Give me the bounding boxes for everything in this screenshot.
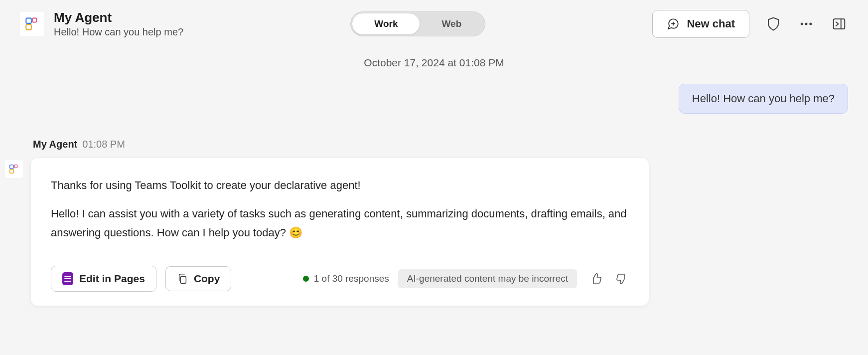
agent-avatar-icon	[9, 164, 19, 174]
reply-paragraph-1: Thanks for using Teams Toolkit to create…	[51, 176, 629, 194]
edit-in-pages-label: Edit in Pages	[79, 273, 145, 285]
new-chat-label: New chat	[687, 17, 735, 30]
header-actions: New chat	[652, 10, 848, 38]
agent-reply-time: 01:08 PM	[82, 139, 125, 150]
agent-title-block: My Agent Hello! How can you help me?	[54, 10, 183, 38]
shield-button[interactable]	[764, 15, 782, 33]
pages-icon	[62, 272, 73, 285]
response-counter: 1 of 30 responses	[303, 273, 389, 284]
header-bar: My Agent Hello! How can you help me? Wor…	[0, 0, 868, 43]
agent-reply-card: Thanks for using Teams Toolkit to create…	[31, 158, 649, 306]
user-message: Hello! How can you help me?	[679, 84, 848, 114]
thumbs-down-button[interactable]	[615, 272, 629, 286]
svg-point-6	[805, 23, 808, 25]
agent-reply-text: Thanks for using Teams Toolkit to create…	[51, 176, 629, 242]
user-message-row: Hello! How can you help me?	[0, 79, 868, 129]
reply-paragraph-2: Hello! I can assist you with a variety o…	[51, 204, 629, 242]
edit-in-pages-button[interactable]: Edit in Pages	[51, 266, 156, 292]
svg-point-5	[801, 23, 803, 25]
agent-subtitle: Hello! How can you help me?	[54, 26, 183, 38]
reply-footer: Edit in Pages Copy 1 of 30 responses AI-…	[51, 266, 629, 292]
agent-logo-icon	[25, 17, 39, 31]
thumbs-up-button[interactable]	[589, 272, 603, 286]
svg-rect-0	[26, 18, 31, 23]
shield-icon	[766, 16, 781, 31]
thumbs-down-icon	[616, 273, 628, 285]
svg-rect-2	[26, 24, 31, 29]
svg-rect-13	[180, 277, 186, 284]
agent-logo	[20, 12, 44, 36]
agent-reply-avatar	[5, 160, 23, 178]
more-button[interactable]	[797, 15, 815, 33]
copy-label: Copy	[194, 273, 220, 285]
scope-web[interactable]: Web	[420, 13, 483, 34]
new-chat-icon	[667, 17, 680, 30]
scope-toggle: Work Web	[350, 11, 485, 36]
svg-rect-10	[10, 165, 14, 169]
svg-rect-1	[32, 18, 36, 22]
more-horizontal-icon	[799, 16, 814, 31]
agent-reply-meta: My Agent 01:08 PM	[0, 129, 868, 153]
svg-rect-8	[834, 19, 845, 29]
svg-rect-12	[10, 170, 14, 174]
ai-disclaimer: AI-generated content may be incorrect	[398, 269, 577, 288]
panel-button[interactable]	[830, 15, 848, 33]
svg-point-7	[809, 23, 812, 25]
agent-reply-row: Thanks for using Teams Toolkit to create…	[0, 153, 868, 306]
copy-icon	[177, 273, 188, 285]
response-counter-text: 1 of 30 responses	[314, 273, 389, 284]
svg-rect-11	[14, 165, 17, 168]
panel-open-icon	[832, 16, 847, 31]
agent-reply-sender: My Agent	[33, 139, 77, 150]
thumbs-up-icon	[590, 273, 602, 285]
agent-name: My Agent	[54, 10, 183, 25]
new-chat-button[interactable]: New chat	[652, 10, 749, 38]
copy-button[interactable]: Copy	[165, 266, 232, 291]
status-dot-icon	[303, 276, 309, 282]
conversation-timestamp: October 17, 2024 at 01:08 PM	[0, 43, 868, 79]
scope-work[interactable]: Work	[352, 13, 420, 34]
